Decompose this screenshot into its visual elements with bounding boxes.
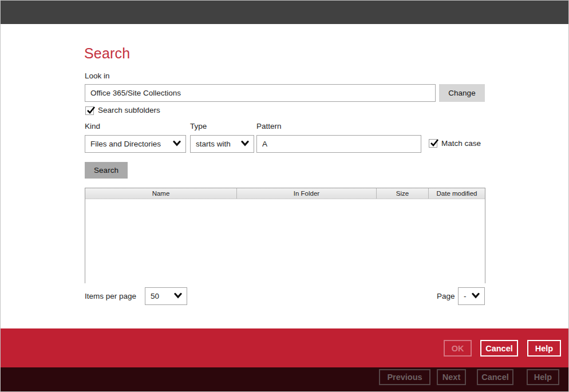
chevron-down-icon — [174, 292, 182, 300]
match-case-checkbox[interactable] — [429, 139, 437, 148]
type-select-value: starts with — [196, 140, 231, 148]
change-button[interactable]: Change — [439, 84, 485, 102]
page-select-value: - — [464, 292, 467, 300]
kind-select[interactable]: Files and Directories — [85, 135, 186, 153]
chevron-down-icon — [472, 292, 480, 300]
background-help-button: Help — [527, 369, 559, 385]
search-button[interactable]: Search — [85, 162, 128, 179]
ok-button[interactable]: OK — [444, 340, 472, 357]
next-button: Next — [437, 369, 466, 385]
search-subfolders-label: Search subfolders — [98, 106, 160, 114]
page-label: Page — [437, 292, 455, 300]
page-title: Search — [84, 45, 130, 62]
pattern-input[interactable] — [256, 135, 421, 153]
search-dialog: Search Look in Change Search subfolders … — [0, 0, 569, 392]
results-table-body — [85, 199, 485, 283]
previous-button: Previous — [379, 369, 430, 385]
page-select[interactable]: - — [458, 287, 485, 305]
items-per-page-value: 50 — [151, 292, 159, 300]
column-header-date-modified[interactable]: Date modified — [429, 188, 485, 199]
title-bar — [1, 1, 568, 24]
items-per-page-label: Items per page — [85, 292, 136, 300]
chevron-down-icon — [241, 140, 249, 148]
kind-label: Kind — [85, 122, 100, 130]
search-subfolders-checkbox[interactable] — [85, 106, 94, 115]
match-case-label: Match case — [441, 139, 481, 148]
background-cancel-button: Cancel — [477, 369, 513, 385]
results-table-header: Name In Folder Size Date modified — [85, 188, 485, 199]
results-table: Name In Folder Size Date modified — [85, 188, 485, 283]
items-per-page-select[interactable]: 50 — [145, 287, 187, 305]
column-header-name[interactable]: Name — [85, 188, 237, 199]
look-in-label: Look in — [85, 72, 110, 80]
pattern-label: Pattern — [256, 122, 282, 130]
look-in-input[interactable] — [85, 84, 436, 102]
column-header-in-folder[interactable]: In Folder — [237, 188, 377, 199]
cancel-button[interactable]: Cancel — [480, 340, 518, 357]
column-header-size[interactable]: Size — [377, 188, 429, 199]
help-button[interactable]: Help — [527, 340, 561, 357]
chevron-down-icon — [173, 140, 181, 148]
kind-select-value: Files and Directories — [90, 140, 161, 148]
type-label: Type — [190, 122, 207, 130]
type-select[interactable]: starts with — [190, 135, 254, 153]
